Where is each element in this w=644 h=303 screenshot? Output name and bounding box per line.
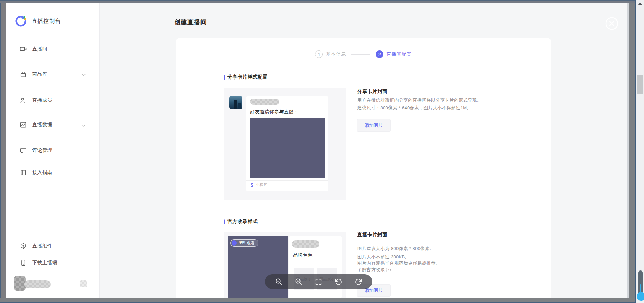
viewers-badge: ⋯ 999 观看 bbox=[230, 239, 258, 247]
comment-icon bbox=[20, 147, 27, 154]
app-logo-icon bbox=[15, 15, 27, 27]
rotate-left-button[interactable] bbox=[334, 278, 343, 286]
live-cover-desc-2: 图片大小不超过 300KB。 bbox=[357, 254, 410, 260]
official-listing-help-link[interactable]: 了解官方收录 ? bbox=[357, 267, 391, 273]
rotate-right-icon bbox=[355, 278, 363, 286]
scrollbar-thumb[interactable] bbox=[637, 75, 643, 94]
scrollbar-up-arrow[interactable] bbox=[638, 3, 642, 5]
step-2-circle: 2 bbox=[376, 50, 383, 58]
chart-icon bbox=[20, 121, 27, 128]
step-2-label: 直播间配置 bbox=[386, 51, 412, 57]
live-status-icon: ⋯ bbox=[232, 240, 237, 246]
vm-screen: 直播控制台 直播间 商品库 直播成员 直播数据 评论管理 接入指南 bbox=[0, 0, 644, 303]
user-badge-redacted bbox=[80, 280, 87, 287]
book-icon bbox=[20, 169, 27, 176]
step-connector bbox=[351, 54, 370, 55]
window-frame-right bbox=[629, 3, 635, 298]
chevron-down-icon bbox=[82, 72, 86, 79]
cube-icon bbox=[20, 242, 27, 249]
chat-avatar-image bbox=[229, 96, 242, 109]
product-name: 品牌包包 bbox=[293, 252, 312, 258]
sidebar-item-product-library[interactable]: 商品库 bbox=[6, 70, 100, 79]
invite-text: 好友邀请你参与直播： bbox=[250, 109, 298, 115]
user-avatar-redacted bbox=[14, 276, 26, 291]
live-cover-desc-1: 图片建议大小为 800像素 * 800像素。 bbox=[357, 246, 434, 252]
zoom-in-button[interactable] bbox=[295, 278, 303, 286]
share-cover-desc-1: 用户在微信对话框内分享的直播间将以分享卡片的形式呈现。 bbox=[357, 97, 482, 103]
user-name-redacted bbox=[24, 280, 51, 288]
sidebar-item-live-room[interactable]: 直播间 bbox=[6, 45, 100, 53]
window-frame-left bbox=[0, 3, 6, 298]
close-icon bbox=[605, 17, 619, 30]
member-icon bbox=[20, 97, 27, 104]
browser-scrollbar-track[interactable] bbox=[636, 0, 644, 303]
section-share-card-heading: 分享卡片样式配置 bbox=[224, 74, 268, 80]
share-card-preview: 好友邀请你参与直播： 小程序 bbox=[246, 96, 328, 191]
add-share-image-button[interactable]: 添加图片 bbox=[357, 119, 391, 132]
window-frame-top bbox=[0, 0, 636, 3]
sidebar-item-comment-management[interactable]: 评论管理 bbox=[6, 146, 100, 155]
zoom-out-icon bbox=[275, 278, 283, 286]
live-cover-desc-3: 图片内容遵循平台规范后更容易被推荐。 bbox=[357, 260, 440, 266]
section-official-listing-heading: 官方收录样式 bbox=[224, 219, 258, 225]
create-live-room-overlay: 创建直播间 1 基本信息 2 直播间配置 分享卡片样式配置 bbox=[100, 3, 627, 298]
shopping-bag-icon bbox=[20, 71, 27, 78]
image-preview-toolbar bbox=[265, 274, 372, 289]
wizard-card: 1 基本信息 2 直播间配置 分享卡片样式配置 好友邀请你参与直播： bbox=[176, 38, 551, 298]
mini-program-icon bbox=[250, 183, 254, 187]
sidebar-divider bbox=[6, 228, 99, 228]
listing-title-redacted bbox=[292, 240, 319, 248]
share-cover-desc-2: 建议尺寸：800像素 * 640像素，图片大小不得超过1M。 bbox=[357, 105, 472, 111]
video-camera-icon bbox=[20, 46, 27, 53]
chat-sender-name-redacted bbox=[250, 99, 279, 105]
card-divider bbox=[246, 180, 328, 181]
mini-program-footer: 小程序 bbox=[250, 182, 267, 187]
section-accent-bar bbox=[224, 75, 225, 80]
rotate-right-button[interactable] bbox=[354, 278, 363, 286]
question-mark-icon: ? bbox=[386, 268, 391, 272]
sidebar-item-live-members[interactable]: 直播成员 bbox=[6, 96, 100, 104]
fullscreen-icon bbox=[315, 278, 322, 286]
share-cover-title: 分享卡片封面 bbox=[357, 89, 387, 95]
zoom-in-icon bbox=[295, 278, 303, 286]
brand: 直播控制台 bbox=[15, 15, 61, 27]
step-indicator: 1 基本信息 2 直播间配置 bbox=[176, 50, 551, 58]
share-card-preview-panel: 好友邀请你参与直播： 小程序 bbox=[224, 88, 346, 200]
section-accent-bar bbox=[224, 219, 225, 224]
user-account-row[interactable] bbox=[6, 273, 100, 297]
sidebar-item-live-components[interactable]: 直播组件 bbox=[6, 242, 100, 250]
step-1-label: 基本信息 bbox=[326, 51, 346, 57]
page-title: 创建直播间 bbox=[174, 18, 207, 26]
sidebar-item-integration-guide[interactable]: 接入指南 bbox=[6, 168, 100, 177]
phone-icon bbox=[20, 259, 27, 266]
share-cover-placeholder bbox=[250, 118, 325, 178]
scroll-indicator-bulb-icon bbox=[637, 292, 644, 301]
app-title: 直播控制台 bbox=[32, 18, 61, 25]
window-frame-bottom bbox=[0, 298, 636, 303]
live-cover-title: 直播卡片封面 bbox=[357, 232, 387, 238]
fullscreen-button[interactable] bbox=[314, 278, 323, 286]
step-1-circle: 1 bbox=[315, 50, 323, 58]
rotate-left-icon bbox=[334, 278, 342, 286]
sidebar-item-live-data[interactable]: 直播数据 bbox=[6, 121, 100, 129]
sidebar: 直播控制台 直播间 商品库 直播成员 直播数据 评论管理 接入指南 bbox=[6, 3, 100, 298]
sidebar-item-download-host-app[interactable]: 下载主播端 bbox=[6, 259, 100, 267]
zoom-out-button[interactable] bbox=[275, 278, 283, 286]
chevron-down-icon bbox=[82, 123, 86, 129]
close-button[interactable] bbox=[605, 17, 619, 30]
